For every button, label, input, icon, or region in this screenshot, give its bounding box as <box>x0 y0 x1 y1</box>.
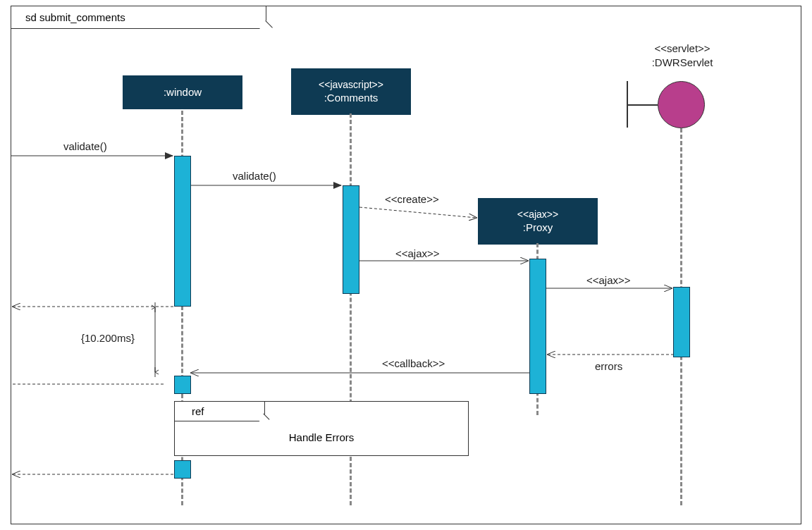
diagram-frame: sd submit_comments :window <<javascript>… <box>11 6 801 524</box>
ref-frame: ref Handle Errors <box>174 401 469 456</box>
msg-errors: errors <box>595 360 622 372</box>
ref-tag-box: ref <box>175 402 265 421</box>
lifeline-servlet-stereo: <<servlet>> <box>626 42 739 56</box>
boundary-horizontal-icon <box>627 104 658 106</box>
svg-line-4 <box>359 207 476 218</box>
ref-label: Handle Errors <box>175 431 468 443</box>
ref-tag: ref <box>192 405 204 417</box>
lifeline-servlet-label-box: <<servlet>> :DWRServlet <box>626 42 739 69</box>
activation-window-1 <box>174 156 191 307</box>
msg-validate2: validate() <box>233 170 276 182</box>
msg-create: <<create>> <box>385 193 439 205</box>
activation-window-2 <box>174 376 191 394</box>
msg-ajax1: <<ajax>> <box>395 247 440 259</box>
lifeline-proxy-stereo: <<ajax>> <box>493 208 582 221</box>
activation-window-3 <box>174 460 191 479</box>
lifeline-window-head: :window <box>123 75 242 109</box>
boundary-circle-icon <box>658 81 705 128</box>
lifeline-comments-head: <<javascript>> :Comments <box>291 68 411 115</box>
lifeline-servlet-label: :DWRServlet <box>626 56 739 70</box>
msg-validate1: validate() <box>63 140 107 152</box>
activation-comments-1 <box>343 185 359 294</box>
lifeline-comments-label: :Comments <box>307 91 395 105</box>
frame-title: sd submit_comments <box>25 11 125 23</box>
duration-constraint: {10.200ms} <box>81 332 135 344</box>
msg-ajax2: <<ajax>> <box>586 274 631 286</box>
lifeline-comments-stereo: <<javascript>> <box>307 78 395 91</box>
lifeline-proxy-head: <<ajax>> :Proxy <box>478 198 598 245</box>
lifeline-proxy-label: :Proxy <box>493 221 582 235</box>
sequence-diagram: sd submit_comments :window <<javascript>… <box>0 0 812 530</box>
lifeline-window-label: :window <box>138 85 227 99</box>
frame-title-box: sd submit_comments <box>11 6 266 29</box>
msg-callback: <<callback>> <box>382 357 445 369</box>
activation-proxy-1 <box>529 259 546 394</box>
activation-servlet-1 <box>673 287 690 357</box>
